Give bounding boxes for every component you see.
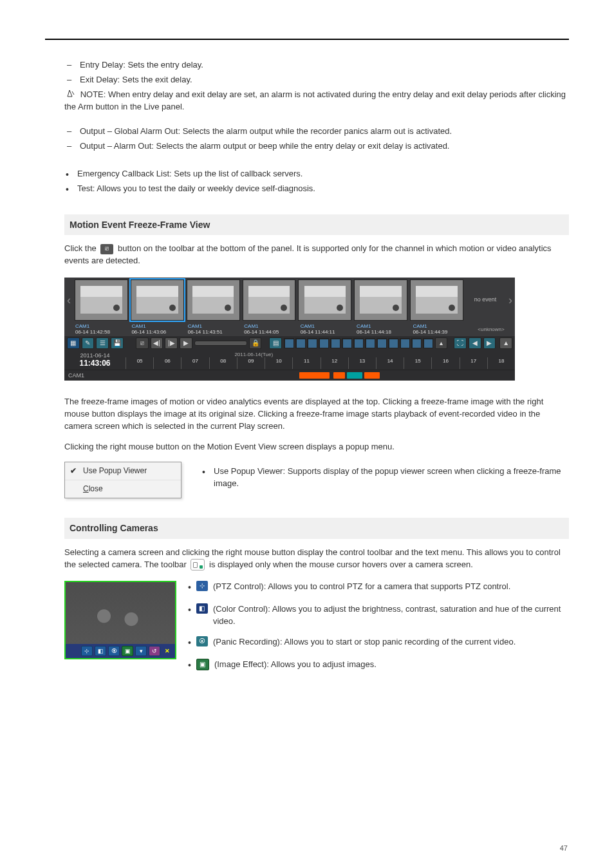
timeline-hour: 14	[376, 357, 404, 369]
motion-thumb[interactable]	[410, 279, 463, 321]
bullet-icon: •	[188, 581, 191, 594]
thumb-time: 06-14 11:44:05	[244, 330, 296, 335]
bullet-icon: •	[188, 603, 191, 616]
toolbar-play[interactable]: ▶	[180, 337, 192, 349]
motion-thumb[interactable]	[354, 279, 407, 321]
bullet-entry-delay: Entry Delay: Sets the entry delay.	[64, 59, 569, 71]
camera-image	[66, 582, 175, 644]
menu-label: Use Popup Viewer	[83, 466, 147, 476]
motion-thumb[interactable]	[298, 279, 351, 321]
cam-btn-rec[interactable]: ⦿	[108, 646, 120, 656]
menu-item-use-popup-viewer[interactable]: ✔ Use Popup Viewer	[65, 462, 181, 480]
motion-desc2-suffix: screen displays a popup menu.	[279, 442, 395, 451]
heading-controlling-cameras: Controlling Cameras	[64, 518, 569, 538]
timeline-hour: 15	[404, 357, 431, 369]
timeline-hour: 18	[487, 357, 515, 369]
toolbar-page-next[interactable]: ▶	[483, 337, 496, 349]
page-number: 47	[560, 844, 568, 854]
image-effect-icon: ▣	[196, 659, 209, 670]
cc-lead: Selecting a camera screen and clicking t…	[64, 547, 569, 571]
bullet-callback: Emergency Callback List: Sets up the lis…	[64, 168, 569, 180]
toolbar-collapse-timeline[interactable]: ▲	[499, 337, 512, 349]
context-menu: ✔ Use Popup Viewer Close	[64, 462, 181, 499]
check-icon: ✔	[69, 466, 78, 476]
toolbar-button[interactable]: ☰	[96, 337, 109, 349]
bullet-icon: •	[188, 636, 191, 649]
motion-thumb[interactable]	[243, 279, 296, 321]
bullet-output-alarm: Output – Alarm Out: Selects the alarm ou…	[64, 140, 569, 153]
menu-label: Close	[83, 484, 103, 495]
timeline-hour: 09	[237, 357, 265, 369]
motion-thumb[interactable]	[187, 279, 240, 321]
timeline-hour: 07	[181, 357, 209, 369]
ptz-control-desc: (PTZ Control): Allows you to control PTZ…	[213, 581, 569, 593]
toolbar-lock-button[interactable]: 🔒	[249, 337, 262, 349]
camera-control-toolbar: ⊹ ◧ ⦿ ▣ ▾ ↺ ✕	[66, 644, 175, 658]
thumb-time: 06-14 11:43:06	[131, 330, 183, 335]
top-divider	[45, 39, 569, 40]
toolbar-motionview-button[interactable]: ⎚	[136, 337, 149, 349]
motion-panel-screenshot: ‹ no event › CAM106-14 11:42:58 CAM10	[64, 278, 569, 381]
timeline-current: 2011-06-14 11:43:06	[64, 353, 126, 368]
arm-button-ref: Arm	[78, 102, 93, 111]
timeline-hour: 17	[460, 357, 487, 369]
note-text-suffix: button in the Live panel.	[95, 102, 184, 111]
thumb-time: 06-14 11:44:39	[413, 330, 465, 335]
thumb-time: 06-14 11:44:11	[301, 330, 353, 335]
motion-strip-icon: ⎚	[100, 244, 113, 254]
bullet-output-global: Output – Global Alarm Out: Selects the a…	[64, 126, 569, 138]
motion-strip-prev[interactable]: ‹	[64, 278, 73, 323]
panic-recording-icon: ⦿	[196, 636, 208, 646]
cam-btn-refresh[interactable]: ↺	[149, 646, 160, 656]
toolbar-button[interactable]: ▤	[269, 337, 282, 349]
motion-strip-next[interactable]: ›	[506, 278, 515, 323]
toolbar-more-button[interactable]: ▴	[435, 337, 448, 349]
motion-desc-2: Clicking the right mouse button on the M…	[64, 441, 569, 453]
motion-event-view-ref: Motion Event View	[207, 442, 276, 451]
thumb-time: 06-14 11:42:58	[75, 330, 127, 335]
camera-screenshot: CAM1 ⊹ ◧ ⦿ ▣ ▾ ↺ ✕	[64, 581, 176, 659]
timeline-track[interactable]: 2011-06-14(Tue) 05 06 07 08 09 10 11 12 …	[126, 351, 515, 369]
cam-btn-ptz[interactable]: ⊹	[81, 646, 93, 656]
cam-btn-color[interactable]: ◧	[95, 646, 106, 656]
motion-lead-prefix: Click the	[64, 243, 98, 253]
timeline-camera-track[interactable]	[129, 372, 515, 379]
bullet-exit-delay: Exit Delay: Sets the exit delay. NOTE: W…	[64, 74, 569, 113]
popup-viewer-description: Use Popup Viewer: Supports display of th…	[201, 466, 569, 490]
thumb-time: 06-14 11:44:18	[357, 330, 409, 335]
toolbar-button[interactable]: ▦	[67, 337, 80, 349]
timeline-hour: 12	[321, 357, 348, 369]
bullet-test: Test: Allows you to test the daily or we…	[64, 183, 569, 195]
toolbar-step-back[interactable]: ◀|	[151, 337, 163, 349]
toolbar-layout-buttons[interactable]	[284, 338, 433, 348]
color-control-icon: ◧	[196, 603, 208, 614]
thumb-time: 06-14 11:43:51	[188, 330, 240, 335]
thumb-unknown: <unknown>	[467, 323, 515, 337]
bullet-icon: •	[188, 659, 191, 672]
motion-lead-suffix: button on the toolbar at the bottom of t…	[64, 243, 552, 265]
cc-lead-suffix: is displayed only when the mouse cursor …	[209, 560, 473, 569]
toolbar-speed-slider[interactable]	[194, 341, 247, 346]
timeline-hour: 08	[209, 357, 237, 369]
exit-delay-text: Exit Delay: Sets the exit delay.	[80, 75, 192, 84]
toolbar-step-fwd[interactable]: |▶	[165, 337, 178, 349]
toolbar-page-prev[interactable]: ◀	[469, 337, 481, 349]
toolbar-fullscreen[interactable]: ⛶	[454, 337, 467, 349]
ptz-control-icon: ⊹	[196, 581, 208, 591]
cam-btn-close[interactable]: ✕	[162, 646, 172, 656]
panic-recording-desc: (Panic Recording): Allows you to start o…	[213, 636, 569, 648]
timeline-hour: 11	[292, 357, 320, 369]
motion-lead: Click the ⎚ button on the toolbar at the…	[64, 243, 569, 267]
timeline-hour: 05	[126, 357, 153, 369]
note-icon	[66, 89, 75, 98]
toolbar-button[interactable]: 💾	[111, 337, 124, 349]
menu-item-close[interactable]: Close	[65, 480, 181, 498]
toolbar-button[interactable]: ✎	[82, 337, 95, 349]
cam-btn-more[interactable]: ▾	[135, 646, 147, 656]
motion-thumb[interactable]	[131, 279, 184, 321]
image-effect-desc: (Image Effect): Allows you to adjust ima…	[214, 659, 569, 671]
cam-btn-image-effect[interactable]: ▣	[122, 646, 133, 656]
timeline-time: 11:43:06	[64, 359, 126, 368]
motion-thumb[interactable]	[75, 279, 128, 321]
motion-noevent: no event	[465, 278, 506, 323]
